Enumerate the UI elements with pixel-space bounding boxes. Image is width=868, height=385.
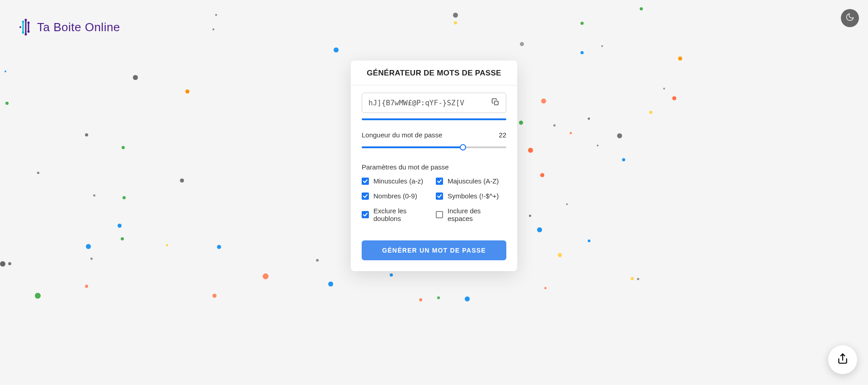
option-label: Minuscules (a-z) bbox=[373, 177, 423, 185]
option-spaces[interactable]: Inclure des espaces bbox=[436, 207, 506, 222]
password-generator-card: GÉNÉRATEUR DE MOTS DE PASSE hJ]{B7wMW£@P… bbox=[351, 61, 517, 271]
slider-thumb[interactable] bbox=[460, 144, 466, 150]
checkbox-spaces[interactable] bbox=[436, 211, 443, 218]
option-uppercase[interactable]: Majuscules (A-Z) bbox=[436, 177, 506, 185]
generate-button[interactable]: GÉNÉRER UN MOT DE PASSE bbox=[362, 240, 506, 260]
length-value: 22 bbox=[499, 131, 506, 139]
option-lowercase[interactable]: Minuscules (a-z) bbox=[362, 177, 432, 185]
option-label: Symboles (!-$^+) bbox=[448, 192, 499, 200]
option-numbers[interactable]: Nombres (0-9) bbox=[362, 192, 432, 200]
length-label: Longueur du mot de passe bbox=[362, 131, 442, 139]
card-title: GÉNÉRATEUR DE MOTS DE PASSE bbox=[351, 61, 517, 85]
option-exclude-duplicates[interactable]: Exclure les doublons bbox=[362, 207, 432, 222]
svg-rect-8 bbox=[495, 101, 498, 104]
svg-point-5 bbox=[28, 22, 30, 24]
checkbox-numbers[interactable] bbox=[362, 192, 369, 200]
share-button[interactable] bbox=[828, 345, 857, 374]
strength-indicator bbox=[362, 118, 506, 120]
password-value: hJ]{B7wMW£@P:qYF-}SZ[V bbox=[368, 99, 464, 107]
copy-icon bbox=[491, 99, 500, 108]
option-symbols[interactable]: Symboles (!-$^+) bbox=[436, 192, 506, 200]
checkbox-uppercase[interactable] bbox=[436, 178, 443, 185]
svg-point-4 bbox=[25, 33, 27, 36]
svg-point-3 bbox=[25, 19, 27, 21]
svg-point-2 bbox=[22, 32, 24, 34]
brand-logo: Ta Boite Online bbox=[18, 18, 120, 36]
checkbox-exclude[interactable] bbox=[362, 211, 369, 218]
svg-point-0 bbox=[19, 26, 21, 28]
checkbox-symbols[interactable] bbox=[436, 192, 443, 200]
options-grid: Minuscules (a-z) Majuscules (A-Z) Nombre… bbox=[362, 177, 506, 222]
svg-point-6 bbox=[28, 31, 30, 33]
moon-icon bbox=[845, 13, 854, 23]
svg-point-1 bbox=[22, 21, 24, 23]
share-icon bbox=[837, 353, 849, 366]
checkbox-lowercase[interactable] bbox=[362, 178, 369, 185]
length-slider[interactable] bbox=[362, 144, 506, 150]
copy-button[interactable] bbox=[490, 96, 501, 110]
logo-text: Ta Boite Online bbox=[37, 20, 120, 34]
slider-fill bbox=[362, 146, 463, 148]
theme-toggle-button[interactable] bbox=[841, 9, 859, 27]
settings-label: Paramètres du mot de passe bbox=[362, 163, 506, 171]
option-label: Nombres (0-9) bbox=[373, 192, 417, 200]
generated-password-output: hJ]{B7wMW£@P:qYF-}SZ[V bbox=[362, 93, 506, 113]
option-label: Inclure des espaces bbox=[448, 207, 506, 222]
option-label: Exclure les doublons bbox=[373, 207, 432, 222]
logo-icon bbox=[18, 18, 33, 36]
option-label: Majuscules (A-Z) bbox=[448, 177, 499, 185]
